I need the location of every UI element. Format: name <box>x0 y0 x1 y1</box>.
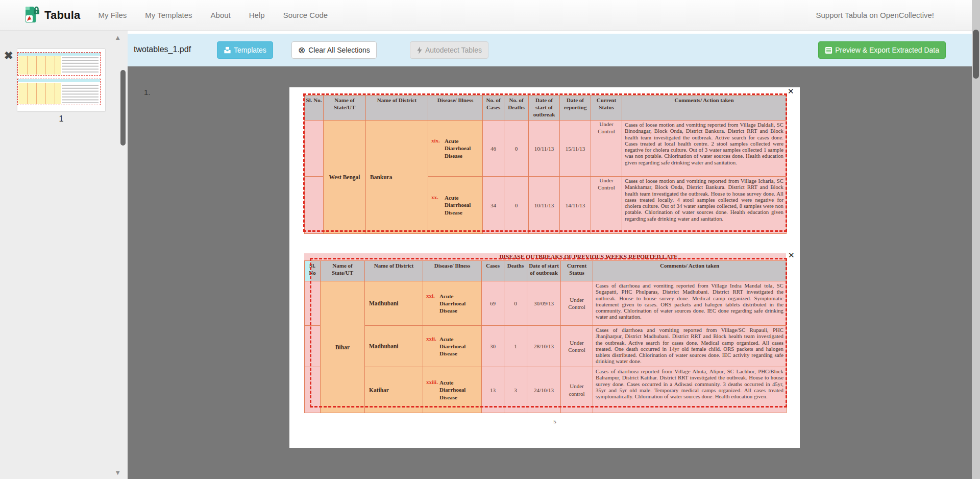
nav-link-about[interactable]: About <box>211 11 231 19</box>
workspace: 1. Sl. No. Name of State/UT Name of Dist… <box>128 66 972 479</box>
pdf-page[interactable]: Sl. No. Name of State/UT Name of Distric… <box>289 87 800 448</box>
thumbnail-table-columns <box>18 56 61 75</box>
window-scrollbar-thumb[interactable] <box>973 30 979 79</box>
thumbnail-table-columns <box>18 83 61 104</box>
tabula-pdf-logo-icon <box>22 5 40 26</box>
nav-link-my-files[interactable]: My Files <box>98 11 127 19</box>
clear-circle-x-icon: ⊗ <box>298 46 305 55</box>
thumbnail-sidebar: ▲ ✖ 1 ▼ <box>0 31 128 479</box>
pdf-page-number: 5 <box>545 418 565 424</box>
thumbnail-selection-1 <box>17 52 101 76</box>
sidebar-scroll-down-icon[interactable]: ▼ <box>114 469 121 476</box>
lightning-bolt-icon <box>416 46 423 54</box>
filename-label: twotables_1.pdf <box>134 45 191 54</box>
selection-close-button-1[interactable]: ✕ <box>788 88 794 95</box>
page-thumbnail[interactable] <box>17 49 105 111</box>
nav-link-source-code[interactable]: Source Code <box>283 11 328 19</box>
brand-title[interactable]: Tabula <box>44 9 80 22</box>
navbar: Tabula My Files My Templates About Help … <box>0 0 980 31</box>
support-link[interactable]: Support Tabula on OpenCollective! <box>816 11 934 19</box>
remove-page-button[interactable]: ✖ <box>4 50 13 61</box>
page-list-marker: 1. <box>144 88 151 97</box>
toolbar: twotables_1.pdf Templates ⊗ Clear All Se… <box>128 34 972 66</box>
sidebar-scrollbar-thumb[interactable] <box>120 70 126 146</box>
thumbnail-selection-2 <box>17 79 101 105</box>
template-tray-icon <box>224 46 231 54</box>
page-thumb-label: 1 <box>17 114 105 124</box>
thumbnail-table-header <box>18 53 100 56</box>
thumbnail-table-header <box>18 79 100 82</box>
selection-box-1[interactable] <box>303 93 787 232</box>
nav-link-my-templates[interactable]: My Templates <box>145 11 192 19</box>
thumbnail-table-text <box>62 57 99 74</box>
clear-all-selections-button[interactable]: ⊗ Clear All Selections <box>291 41 377 59</box>
nav-link-help[interactable]: Help <box>249 11 265 19</box>
selection-box-2[interactable] <box>310 258 787 408</box>
autodetect-tables-button[interactable]: Autodetect Tables <box>410 41 488 59</box>
brand[interactable]: Tabula <box>22 5 80 26</box>
table-list-icon <box>825 46 832 54</box>
selection-close-button-2[interactable]: ✕ <box>788 252 795 259</box>
window-scrollbar[interactable] <box>972 0 980 479</box>
nav-links: My Files My Templates About Help Source … <box>98 11 346 19</box>
preview-export-button[interactable]: Preview & Export Extracted Data <box>818 41 946 59</box>
sidebar-scroll-up-icon[interactable]: ▲ <box>114 34 121 41</box>
templates-button[interactable]: Templates <box>217 41 273 59</box>
thumbnail-table-text <box>62 84 99 103</box>
